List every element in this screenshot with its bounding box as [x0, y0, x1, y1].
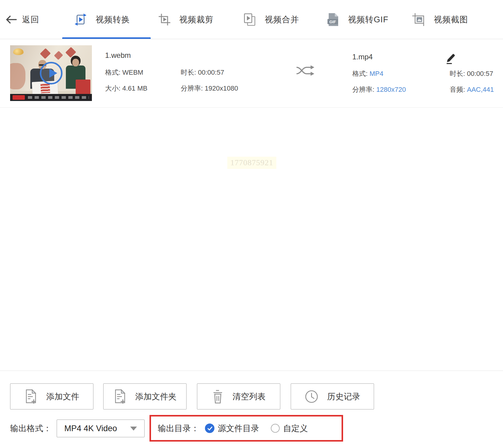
tab-video-crop[interactable]: 视频裁剪 — [158, 0, 214, 39]
video-convert-icon — [74, 13, 88, 27]
output-format-select[interactable]: MP4 4K Video — [57, 420, 145, 437]
file-row-divider — [0, 107, 503, 108]
tab-video-merge[interactable]: 视频合并 — [243, 0, 299, 39]
svg-text:GIF: GIF — [329, 19, 336, 24]
output-format-selected-value: MP4 4K Video — [64, 424, 130, 433]
add-file-label: 添加文件 — [46, 391, 79, 402]
output-directory-label: 输出目录： — [158, 423, 199, 434]
radio-source-directory-label: 源文件目录 — [218, 423, 259, 434]
watermark: 1770875921 — [227, 157, 276, 169]
add-file-button[interactable]: 添加文件 — [10, 383, 93, 409]
back-label: 返回 — [22, 14, 39, 25]
play-button-icon[interactable] — [40, 62, 62, 84]
tab-label: 视频裁剪 — [179, 14, 214, 25]
ticker-text — [28, 96, 89, 99]
app-window: 返回 视频转换 视频裁剪 — [0, 0, 503, 448]
source-format: 格式: WEBM — [105, 68, 143, 77]
tab-video-screenshot[interactable]: 视频截图 — [412, 0, 468, 39]
add-folder-icon — [113, 389, 127, 404]
screenshot-icon — [412, 13, 426, 27]
clear-list-label: 清空列表 — [233, 391, 266, 402]
history-button[interactable]: 历史记录 — [291, 383, 374, 409]
add-folder-button[interactable]: 添加文件夹 — [103, 383, 187, 409]
tv-station-logo — [13, 48, 24, 55]
output-audio-label: 音频: — [450, 86, 467, 93]
nav-divider — [0, 39, 503, 39]
output-format-value[interactable]: MP4 — [369, 70, 383, 77]
source-file-name: 1.webm — [105, 51, 131, 60]
radio-checked-icon — [205, 424, 214, 433]
toolbar-divider — [0, 371, 503, 371]
video-thumbnail[interactable] — [10, 45, 92, 101]
history-label: 历史记录 — [327, 391, 360, 402]
tab-video-convert[interactable]: 视频转换 — [74, 0, 130, 39]
radio-source-directory[interactable]: 源文件目录 — [205, 423, 259, 434]
radio-custom-directory-label: 自定义 — [283, 423, 308, 434]
radio-unchecked-icon — [271, 424, 280, 433]
tab-video-to-gif[interactable]: GIF 视频转GIF — [327, 0, 388, 39]
thumbnail-decoration — [40, 48, 51, 59]
output-format: 格式: MP4 — [352, 69, 383, 78]
source-size-value: 4.61 MB — [122, 84, 147, 92]
output-resolution: 分辨率: 1280x720 — [352, 85, 406, 94]
clock-icon — [304, 390, 319, 404]
source-duration-label: 时长: — [181, 69, 198, 76]
source-resolution-label: 分辨率: — [181, 84, 205, 92]
output-duration: 时长: 00:00:57 — [450, 69, 493, 78]
tab-label: 视频转换 — [96, 14, 130, 25]
source-resolution-value: 1920x1080 — [205, 84, 238, 92]
output-format-label: 输出格式： — [10, 415, 51, 442]
chevron-down-icon — [130, 427, 137, 431]
clear-list-button[interactable]: 清空列表 — [197, 383, 280, 409]
video-crop-icon — [158, 13, 171, 26]
source-size: 大小: 4.61 MB — [105, 84, 147, 93]
add-folder-label: 添加文件夹 — [135, 391, 177, 402]
trash-icon — [212, 389, 224, 404]
output-directory-group: 输出目录： 源文件目录 自定义 — [149, 415, 343, 442]
source-size-label: 大小: — [105, 84, 122, 92]
anchor-woman-head — [72, 59, 79, 66]
ticker-badge — [13, 95, 25, 100]
source-format-label: 格式: — [105, 69, 122, 76]
add-file-icon — [24, 389, 38, 404]
video-merge-icon — [243, 13, 257, 27]
thumbnail-decoration — [54, 51, 63, 60]
output-format-label: 格式: — [352, 70, 369, 77]
tab-label: 视频截图 — [434, 14, 468, 25]
thumbnail-backdrop-shape — [10, 63, 25, 89]
tab-label: 视频合并 — [265, 14, 299, 25]
shuffle-convert-icon — [295, 64, 315, 78]
tab-label: 视频转GIF — [348, 14, 388, 25]
back-button[interactable]: 返回 — [5, 0, 39, 39]
source-resolution: 分辨率: 1920x1080 — [181, 84, 238, 93]
edit-output-icon[interactable] — [445, 51, 456, 64]
source-duration-value: 00:00:57 — [198, 69, 224, 76]
output-duration-label: 时长: — [450, 70, 467, 77]
news-ticker — [10, 94, 92, 101]
top-nav: 返回 视频转换 视频裁剪 — [0, 0, 503, 39]
output-duration-value: 00:00:57 — [467, 70, 493, 77]
back-arrow-icon — [5, 15, 17, 24]
radio-custom-directory[interactable]: 自定义 — [271, 423, 308, 434]
output-resolution-label: 分辨率: — [352, 86, 376, 93]
output-resolution-value[interactable]: 1280x720 — [376, 86, 406, 93]
output-file-name: 1.mp4 — [352, 53, 373, 61]
output-audio: 音频: AAC,441 — [450, 85, 494, 94]
gif-file-icon: GIF — [327, 13, 340, 27]
laptop-logo — [40, 84, 50, 93]
source-format-value: WEBM — [122, 69, 143, 76]
output-audio-value[interactable]: AAC,441 — [467, 86, 494, 93]
source-duration: 时长: 00:00:57 — [181, 68, 224, 77]
